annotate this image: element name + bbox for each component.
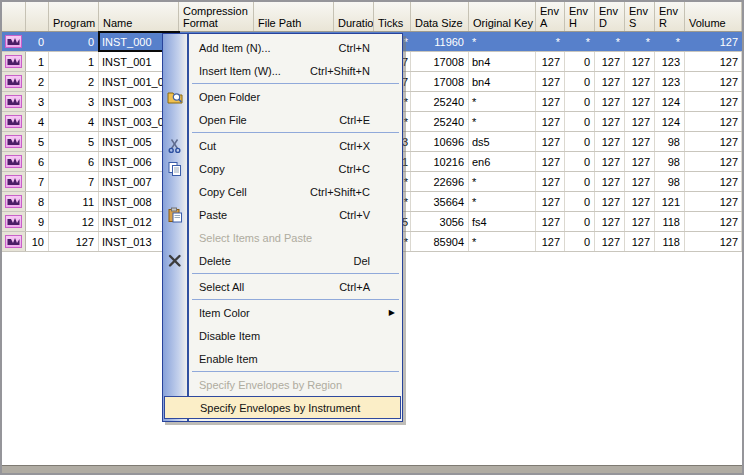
env-r-cell[interactable]: 124 (655, 92, 685, 111)
menu-item-select-all[interactable]: Select AllCtrl+A (163, 275, 402, 298)
env-r-cell[interactable]: 98 (655, 172, 685, 191)
volume-cell[interactable]: 127 (685, 152, 742, 171)
menu-item-add-item-n[interactable]: Add Item (N)...Ctrl+N (163, 36, 402, 59)
data-size-cell[interactable]: 17008 (411, 72, 469, 91)
row-header-cell[interactable]: 9 (26, 212, 49, 231)
row-header-cell[interactable]: 3 (26, 92, 49, 111)
instrument-icon-cell[interactable] (2, 152, 26, 171)
volume-cell[interactable]: 127 (685, 52, 742, 71)
volume-cell[interactable]: 127 (685, 232, 742, 251)
menu-item-item-color[interactable]: Item Color▶ (163, 301, 402, 324)
env-s-cell[interactable]: 127 (625, 132, 655, 151)
env-d-cell[interactable]: 127 (595, 192, 625, 211)
env-h-cell[interactable]: * (565, 32, 595, 51)
instrument-icon-cell[interactable] (2, 232, 26, 251)
menu-item-specify-envelopes-by-instrument[interactable]: Specify Envelopes by Instrument (164, 396, 401, 419)
program-cell[interactable]: 11 (49, 192, 99, 211)
original-key-cell[interactable]: * (469, 172, 536, 191)
row-header-cell[interactable]: 10 (26, 232, 49, 251)
env-s-cell[interactable]: 127 (625, 172, 655, 191)
data-size-cell[interactable]: 25240 (411, 92, 469, 111)
env-a-cell[interactable]: 127 (536, 152, 565, 171)
row-header-cell[interactable]: 0 (26, 32, 49, 51)
env-s-cell[interactable]: * (625, 32, 655, 51)
original-key-cell[interactable]: fs4 (469, 212, 536, 231)
row-header-cell[interactable]: 8 (26, 192, 49, 211)
env-d-cell[interactable]: 127 (595, 132, 625, 151)
program-cell[interactable]: 3 (49, 92, 99, 111)
column-header-env_h[interactable]: Env H (565, 2, 595, 31)
env-s-cell[interactable]: 127 (625, 112, 655, 131)
column-header-original_key[interactable]: Original Key (469, 2, 536, 31)
column-header-env_s[interactable]: Env S (625, 2, 655, 31)
row-header-cell[interactable]: 5 (26, 132, 49, 151)
env-r-cell[interactable]: * (655, 32, 685, 51)
instrument-icon-cell[interactable] (2, 32, 26, 51)
instrument-icon-cell[interactable] (2, 192, 26, 211)
data-size-cell[interactable]: 10696 (411, 132, 469, 151)
program-cell[interactable]: 0 (49, 32, 99, 51)
column-header-compression_format[interactable]: Compression Format (179, 2, 254, 31)
env-d-cell[interactable]: 127 (595, 212, 625, 231)
instrument-icon-cell[interactable] (2, 72, 26, 91)
column-header-volume[interactable]: Volume (685, 2, 742, 31)
column-header-env_d[interactable]: Env D (595, 2, 625, 31)
column-header-name[interactable]: Name (99, 2, 179, 31)
env-r-cell[interactable]: 118 (655, 232, 685, 251)
volume-cell[interactable]: 127 (685, 132, 742, 151)
column-header-data_size[interactable]: Data Size (411, 2, 469, 31)
env-r-cell[interactable]: 121 (655, 192, 685, 211)
menu-item-insert-item-w[interactable]: Insert Item (W)...Ctrl+Shift+N (163, 59, 402, 82)
env-h-cell[interactable]: 0 (565, 72, 595, 91)
row-header-cell[interactable]: 7 (26, 172, 49, 191)
column-header-ticks[interactable]: Ticks (374, 2, 411, 31)
env-s-cell[interactable]: 127 (625, 152, 655, 171)
instrument-icon-cell[interactable] (2, 172, 26, 191)
original-key-cell[interactable]: * (469, 232, 536, 251)
column-header-file_path[interactable]: File Path (254, 2, 334, 31)
menu-item-enable-item[interactable]: Enable Item (163, 347, 402, 370)
env-a-cell[interactable]: * (536, 32, 565, 51)
env-s-cell[interactable]: 127 (625, 212, 655, 231)
program-cell[interactable]: 127 (49, 232, 99, 251)
env-h-cell[interactable]: 0 (565, 172, 595, 191)
env-s-cell[interactable]: 127 (625, 232, 655, 251)
original-key-cell[interactable]: ds5 (469, 132, 536, 151)
env-d-cell[interactable]: 127 (595, 112, 625, 131)
instrument-icon-cell[interactable] (2, 112, 26, 131)
menu-item-paste[interactable]: PasteCtrl+V (163, 203, 402, 226)
env-h-cell[interactable]: 0 (565, 52, 595, 71)
menu-item-copy-cell[interactable]: Copy CellCtrl+Shift+C (163, 180, 402, 203)
program-cell[interactable]: 4 (49, 112, 99, 131)
env-h-cell[interactable]: 0 (565, 192, 595, 211)
env-a-cell[interactable]: 127 (536, 212, 565, 231)
volume-cell[interactable]: 127 (685, 112, 742, 131)
env-r-cell[interactable]: 98 (655, 132, 685, 151)
row-header-cell[interactable]: 4 (26, 112, 49, 131)
data-size-cell[interactable]: 11960 (411, 32, 469, 51)
menu-item-copy[interactable]: CopyCtrl+C (163, 157, 402, 180)
env-s-cell[interactable]: 127 (625, 52, 655, 71)
row-header-cell[interactable]: 2 (26, 72, 49, 91)
volume-cell[interactable]: 127 (685, 212, 742, 231)
env-r-cell[interactable]: 123 (655, 72, 685, 91)
env-a-cell[interactable]: 127 (536, 112, 565, 131)
column-header-program[interactable]: Program (49, 2, 99, 31)
env-h-cell[interactable]: 0 (565, 132, 595, 151)
env-d-cell[interactable]: * (595, 32, 625, 51)
env-d-cell[interactable]: 127 (595, 232, 625, 251)
original-key-cell[interactable]: bn4 (469, 72, 536, 91)
program-cell[interactable]: 6 (49, 152, 99, 171)
original-key-cell[interactable]: * (469, 92, 536, 111)
instrument-icon-cell[interactable] (2, 92, 26, 111)
env-d-cell[interactable]: 127 (595, 172, 625, 191)
env-d-cell[interactable]: 127 (595, 52, 625, 71)
env-d-cell[interactable]: 127 (595, 152, 625, 171)
row-header-cell[interactable]: 6 (26, 152, 49, 171)
instrument-icon-cell[interactable] (2, 212, 26, 231)
env-r-cell[interactable]: 118 (655, 212, 685, 231)
env-a-cell[interactable]: 127 (536, 172, 565, 191)
program-cell[interactable]: 12 (49, 212, 99, 231)
env-a-cell[interactable]: 127 (536, 72, 565, 91)
column-header-row_header[interactable] (26, 2, 49, 31)
